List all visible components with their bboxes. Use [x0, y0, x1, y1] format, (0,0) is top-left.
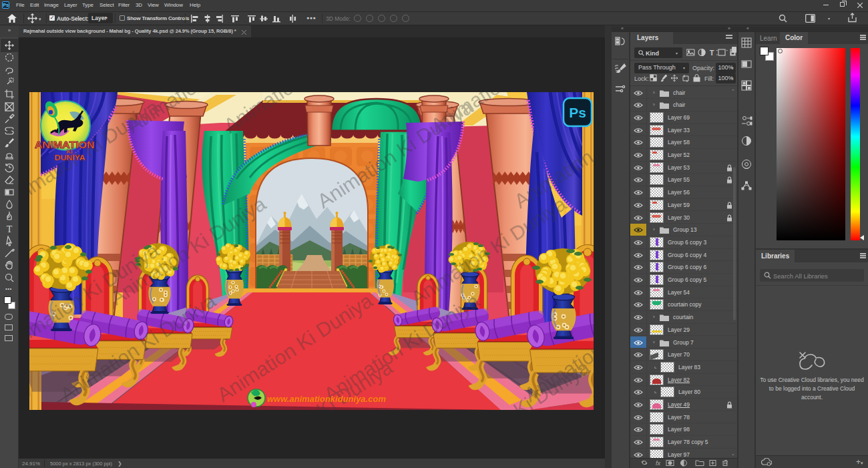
svg-text:Ps: Ps	[569, 105, 586, 120]
svg-text:www.animationkiduniya.com: www.animationkiduniya.com	[267, 394, 386, 404]
svg-text:T: T	[710, 49, 714, 57]
svg-text:DUNIYA: DUNIYA	[55, 154, 85, 162]
svg-text:ANIMATION: ANIMATION	[35, 139, 95, 150]
svg-text:fx: fx	[656, 460, 661, 467]
svg-text:T: T	[7, 224, 13, 234]
